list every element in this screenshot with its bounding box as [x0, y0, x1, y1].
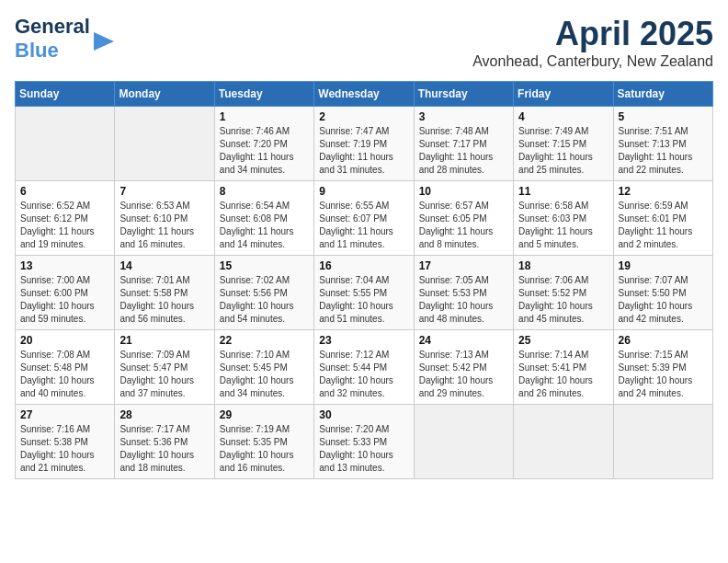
- calendar-cell: 2Sunrise: 7:47 AMSunset: 7:19 PMDaylight…: [314, 107, 414, 181]
- logo-general: General: [15, 15, 90, 38]
- calendar-cell: 9Sunrise: 6:55 AMSunset: 6:07 PMDaylight…: [314, 181, 414, 256]
- calendar-week-row: 27Sunrise: 7:16 AMSunset: 5:38 PMDayligh…: [16, 405, 713, 479]
- day-number: 21: [119, 334, 209, 347]
- day-info: Sunrise: 7:02 AMSunset: 5:56 PMDaylight:…: [220, 274, 309, 326]
- day-number: 24: [419, 334, 508, 347]
- day-info: Sunrise: 7:48 AMSunset: 7:17 PMDaylight:…: [419, 125, 508, 177]
- day-number: 6: [20, 185, 109, 198]
- calendar-cell: 20Sunrise: 7:08 AMSunset: 5:48 PMDayligh…: [16, 330, 115, 405]
- day-number: 28: [119, 408, 209, 421]
- logo: General Blue: [15, 15, 114, 63]
- day-number: 4: [518, 110, 608, 123]
- calendar-week-row: 6Sunrise: 6:52 AMSunset: 6:12 PMDaylight…: [16, 181, 713, 256]
- day-number: 10: [419, 185, 508, 198]
- calendar-header-row: SundayMondayTuesdayWednesdayThursdayFrid…: [16, 82, 713, 107]
- day-info: Sunrise: 7:10 AMSunset: 5:45 PMDaylight:…: [220, 349, 309, 400]
- calendar-cell: 12Sunrise: 6:59 AMSunset: 6:01 PMDayligh…: [613, 181, 712, 256]
- calendar-header-saturday: Saturday: [613, 82, 712, 107]
- day-number: 18: [518, 259, 608, 272]
- calendar-cell: 1Sunrise: 7:46 AMSunset: 7:20 PMDaylight…: [214, 107, 313, 181]
- calendar-week-row: 13Sunrise: 7:00 AMSunset: 6:00 PMDayligh…: [16, 256, 713, 330]
- calendar-week-row: 1Sunrise: 7:46 AMSunset: 7:20 PMDaylight…: [16, 107, 713, 181]
- day-number: 29: [220, 408, 309, 421]
- svg-marker-0: [94, 32, 114, 51]
- day-info: Sunrise: 7:19 AMSunset: 5:35 PMDaylight:…: [220, 423, 309, 475]
- month-title: April 2025: [472, 15, 713, 53]
- day-info: Sunrise: 7:13 AMSunset: 5:42 PMDaylight:…: [419, 349, 508, 400]
- calendar-header-tuesday: Tuesday: [214, 82, 313, 107]
- calendar-cell: 22Sunrise: 7:10 AMSunset: 5:45 PMDayligh…: [214, 330, 313, 405]
- day-number: 16: [319, 259, 408, 272]
- calendar-cell: 16Sunrise: 7:04 AMSunset: 5:55 PMDayligh…: [314, 256, 414, 330]
- day-number: 1: [220, 110, 309, 123]
- calendar-cell: 25Sunrise: 7:14 AMSunset: 5:41 PMDayligh…: [514, 330, 613, 405]
- calendar-cell: 19Sunrise: 7:07 AMSunset: 5:50 PMDayligh…: [613, 256, 712, 330]
- day-info: Sunrise: 7:06 AMSunset: 5:52 PMDaylight:…: [518, 274, 608, 326]
- day-number: 7: [119, 185, 209, 198]
- day-info: Sunrise: 7:16 AMSunset: 5:38 PMDaylight:…: [20, 423, 109, 475]
- logo-arrow-icon: [94, 32, 114, 51]
- calendar-cell: 23Sunrise: 7:12 AMSunset: 5:44 PMDayligh…: [314, 330, 414, 405]
- calendar-header-friday: Friday: [514, 82, 613, 107]
- calendar-cell: 21Sunrise: 7:09 AMSunset: 5:47 PMDayligh…: [115, 330, 214, 405]
- day-number: 3: [419, 110, 508, 123]
- day-info: Sunrise: 7:05 AMSunset: 5:53 PMDaylight:…: [419, 274, 508, 326]
- page-header: General Blue April 2025 Avonhead, Canter…: [15, 15, 713, 70]
- title-block: April 2025 Avonhead, Canterbury, New Zea…: [472, 15, 713, 70]
- calendar-cell: [115, 107, 214, 181]
- calendar-cell: 6Sunrise: 6:52 AMSunset: 6:12 PMDaylight…: [16, 181, 115, 256]
- day-number: 27: [20, 408, 109, 421]
- day-number: 9: [319, 185, 408, 198]
- day-info: Sunrise: 7:14 AMSunset: 5:41 PMDaylight:…: [518, 349, 608, 400]
- day-info: Sunrise: 7:17 AMSunset: 5:36 PMDaylight:…: [119, 423, 209, 475]
- day-info: Sunrise: 7:08 AMSunset: 5:48 PMDaylight:…: [20, 349, 109, 400]
- calendar-cell: 4Sunrise: 7:49 AMSunset: 7:15 PMDaylight…: [514, 107, 613, 181]
- calendar-cell: 17Sunrise: 7:05 AMSunset: 5:53 PMDayligh…: [414, 256, 513, 330]
- logo-blue: Blue: [15, 39, 59, 62]
- calendar-cell: 30Sunrise: 7:20 AMSunset: 5:33 PMDayligh…: [314, 405, 414, 479]
- day-number: 11: [518, 185, 608, 198]
- calendar-cell: [613, 405, 712, 479]
- calendar-cell: 29Sunrise: 7:19 AMSunset: 5:35 PMDayligh…: [214, 405, 313, 479]
- day-info: Sunrise: 7:15 AMSunset: 5:39 PMDaylight:…: [619, 349, 708, 400]
- day-number: 17: [419, 259, 508, 272]
- day-number: 25: [518, 334, 608, 347]
- day-number: 20: [20, 334, 109, 347]
- day-info: Sunrise: 7:12 AMSunset: 5:44 PMDaylight:…: [319, 349, 408, 400]
- day-number: 2: [319, 110, 408, 123]
- calendar-cell: 13Sunrise: 7:00 AMSunset: 6:00 PMDayligh…: [16, 256, 115, 330]
- calendar-cell: 28Sunrise: 7:17 AMSunset: 5:36 PMDayligh…: [115, 405, 214, 479]
- day-number: 22: [220, 334, 309, 347]
- calendar-cell: 24Sunrise: 7:13 AMSunset: 5:42 PMDayligh…: [414, 330, 513, 405]
- day-info: Sunrise: 6:58 AMSunset: 6:03 PMDaylight:…: [518, 200, 608, 251]
- day-number: 12: [619, 185, 708, 198]
- day-info: Sunrise: 7:20 AMSunset: 5:33 PMDaylight:…: [319, 423, 408, 475]
- day-number: 26: [619, 334, 708, 347]
- day-number: 5: [619, 110, 708, 123]
- calendar-header-thursday: Thursday: [414, 82, 513, 107]
- calendar-cell: 7Sunrise: 6:53 AMSunset: 6:10 PMDaylight…: [115, 181, 214, 256]
- calendar-header-sunday: Sunday: [16, 82, 115, 107]
- calendar-cell: 3Sunrise: 7:48 AMSunset: 7:17 PMDaylight…: [414, 107, 513, 181]
- calendar-cell: 10Sunrise: 6:57 AMSunset: 6:05 PMDayligh…: [414, 181, 513, 256]
- day-info: Sunrise: 6:59 AMSunset: 6:01 PMDaylight:…: [619, 200, 708, 251]
- calendar-cell: 5Sunrise: 7:51 AMSunset: 7:13 PMDaylight…: [613, 107, 712, 181]
- day-info: Sunrise: 7:00 AMSunset: 6:00 PMDaylight:…: [20, 274, 109, 326]
- day-info: Sunrise: 6:53 AMSunset: 6:10 PMDaylight:…: [119, 200, 209, 251]
- day-info: Sunrise: 7:46 AMSunset: 7:20 PMDaylight:…: [220, 125, 309, 177]
- calendar-cell: [16, 107, 115, 181]
- day-number: 15: [220, 259, 309, 272]
- calendar-cell: [514, 405, 613, 479]
- day-info: Sunrise: 7:51 AMSunset: 7:13 PMDaylight:…: [619, 125, 708, 177]
- calendar-cell: 15Sunrise: 7:02 AMSunset: 5:56 PMDayligh…: [214, 256, 313, 330]
- day-number: 13: [20, 259, 109, 272]
- day-number: 8: [220, 185, 309, 198]
- calendar-header-wednesday: Wednesday: [314, 82, 414, 107]
- day-info: Sunrise: 7:01 AMSunset: 5:58 PMDaylight:…: [119, 274, 209, 326]
- day-info: Sunrise: 7:47 AMSunset: 7:19 PMDaylight:…: [319, 125, 408, 177]
- day-info: Sunrise: 7:07 AMSunset: 5:50 PMDaylight:…: [619, 274, 708, 326]
- day-info: Sunrise: 7:49 AMSunset: 7:15 PMDaylight:…: [518, 125, 608, 177]
- day-info: Sunrise: 6:55 AMSunset: 6:07 PMDaylight:…: [319, 200, 408, 251]
- location-title: Avonhead, Canterbury, New Zealand: [472, 53, 713, 70]
- day-info: Sunrise: 6:54 AMSunset: 6:08 PMDaylight:…: [220, 200, 309, 251]
